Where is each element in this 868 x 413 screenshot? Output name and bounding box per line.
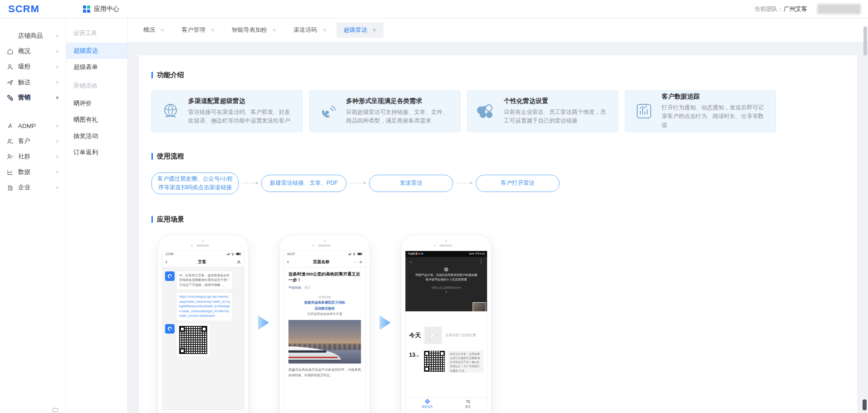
submenu-item-super-form[interactable]: 超级表单 [66,59,127,75]
flow-step-3: 发送雷达 [369,175,453,192]
chevron-down-icon: ∨ [409,290,483,293]
dashed-arrow-icon [457,183,472,183]
section-flow: 使用流程 客户通过朋友圈、公众号/小程序等渠道扫码或点击渠道链接 新建雷达链接、… [151,152,844,194]
close-icon[interactable]: ✕ [322,28,326,33]
section-bar-icon [151,153,153,160]
tab-customer-management[interactable]: 客户管理 ✕ [174,22,221,38]
section-features-header: 功能介绍 [151,71,844,79]
status-bar-dark: 中国联通 31% 下午4:22 [405,251,487,257]
scrollbar-thumb[interactable] [863,26,867,55]
close-icon[interactable]: ✕ [373,28,376,33]
satellite-icon [318,101,339,122]
page-scrollbar [863,20,867,411]
moments-feed: 今天 发表到客户的朋友圈 139月 [405,311,487,410]
submenu-item-photo-reward[interactable]: 晒图有礼 [66,112,127,128]
qrcode-message [177,324,210,356]
flow-step-2: 新建雷达链接、文章、PDF [261,175,346,192]
submenu-item-order-rebate[interactable]: 订单返利 [66,144,127,161]
submenu-item-super-radar[interactable]: 超级雷达 [66,43,127,59]
blank-icon [6,32,14,39]
sidebar-item-data[interactable]: 数据 > [0,164,66,180]
sidebar-item-admp[interactable]: ADMP > [0,118,66,133]
collapse-icon[interactable] [53,408,58,412]
article-byline: 中国铁路 关注 [288,285,361,290]
sidebar-item-community[interactable]: 社群 > [0,149,66,164]
scenario-phones: 12:54 ‹ 艾客 [151,235,844,413]
main-area: 概况 ✕ 客户管理 ✕ 智能导表加粉 ✕ 渠道活码 ✕ 超级雷达 ✕ [128,18,868,413]
moment-entry-day: 139月 欢迎关注艾客，这里有最全的社交电商生态圈案例分享和运营干货！最in的营… [409,351,483,373]
moments-screen: 中国联通 31% 下午4:22 [405,251,488,410]
sidebar-item-attract-fans[interactable]: 吸粉 > [0,59,66,74]
phone-camera-dot [324,240,326,242]
scrm-logo: SCRM [8,3,39,15]
close-icon[interactable]: ✕ [161,28,164,33]
home-icon [6,48,14,55]
submenu-item-review-share[interactable]: 晒评价 [66,95,127,112]
sidebar-item-shop-goods[interactable]: 店铺商品 > [0,28,66,44]
train-photo [288,320,361,364]
chat-message [165,324,241,356]
building-icon [6,184,14,191]
tab-my-posts[interactable]: 我发表的 [422,399,433,409]
chevron-right-icon: > [56,169,58,175]
chevron-right-icon: > [56,49,58,54]
scrollbar-thumb-bottom[interactable] [863,399,867,410]
chevron-right-icon: > [56,185,58,190]
status-bar: 12:54 [162,251,244,257]
next-arrow-icon [257,315,271,331]
sidebar-item-overview[interactable]: 概况 > [0,44,66,59]
chevron-right-icon: > [56,33,58,39]
phone-mockup-article: 10:27 ‹ 页面名 [279,235,370,413]
sidebar-item-enterprise[interactable]: 企业 > [0,180,66,195]
tab-super-radar[interactable]: 超级雷达 ✕ [336,22,384,38]
phone-speaker [158,245,242,246]
app-center-button[interactable]: 应用中心 [83,5,119,13]
team-name: 广州艾客 [784,5,807,13]
section-scenarios-header: 应用场景 [151,215,844,224]
chevron-right-icon: > [56,64,58,69]
next-arrow-icon [379,315,392,331]
paper-plane-icon [424,327,442,344]
phone-camera-dot [445,240,447,242]
tab-smart-import-fans[interactable]: 智能导表加粉 ✕ [224,22,283,38]
discover-icon [425,399,430,404]
battery-icon [357,253,362,256]
section-flow-header: 使用流程 [151,152,844,161]
primary-sidebar: 店铺商品 > 概况 > 吸粉 > 触达 > 营销 > [0,18,66,413]
content-panel: 功能介绍 [139,55,857,413]
chevron-right-icon: > [56,95,58,100]
team-label: 当前团队： [754,5,784,13]
submenu-item-lottery[interactable]: 抽奖活动 [66,128,127,144]
sidebar-item-customers[interactable]: 客户 > [0,133,66,149]
phone-speaker [280,245,363,246]
chevron-right-icon: > [56,79,58,85]
moment-entry-today: 今天 发表到客户的朋友圈 [409,327,483,344]
signal-icon [227,253,230,255]
secondary-sidebar: 运营工具 超级雷达 超级表单 营销活动 晒评价 晒图有礼 抽奖活动 订单返利 [66,18,128,413]
feature-card-tracking: 客户数据追踪 打开行为通知、动态通知，发送后即可记录客户的点击行为、阅读时长、分… [625,90,776,132]
left-arrow-icon[interactable]: ← [409,259,414,264]
tab-settings[interactable]: 配置 [465,399,471,409]
flow-steps: 客户通过朋友圈、公众号/小程序等渠道扫码或点击渠道链接 新建雷达链接、文章、PD… [151,172,844,194]
gear-icon: ⚙ [409,266,483,273]
aike-avatar [165,271,175,281]
scrm-app: SCRM 应用中心 当前团队： 广州艾客 店铺商品 > 概况 > [0,0,868,413]
battery-icon [236,253,241,256]
clover-icon [476,101,497,122]
chat-message: Hi，欢迎关注艾客，这里有最全的社交电商生态圈案例分享和运营干货！可点击下方链接… [165,271,241,290]
sidebar-group-gap [0,105,66,118]
kebab-icon[interactable]: ⋮ [479,259,483,264]
moments-tab-bar: 我发表的 配置 [405,397,487,410]
chat-messages: Hi，欢迎关注艾客，这里有最全的社交电商生态圈案例分享和运营干货！可点击下方链接… [162,267,244,410]
close-icon[interactable]: ✕ [273,28,276,33]
sidebar-item-marketing[interactable]: 营销 > [0,90,66,105]
tab-channel-qrcode[interactable]: 渠道活码 ✕ [286,22,333,38]
article-nav-bar: ‹ 页面名称 ⋯ ⊙ [284,257,366,267]
wifi-icon [352,253,356,256]
close-icon[interactable]: ✕ [210,28,214,33]
chart-box-icon [634,101,654,122]
status-icons [348,253,363,256]
tab-overview[interactable]: 概况 ✕ [136,22,171,38]
user-account-redacted[interactable] [817,4,861,14]
sidebar-item-reach[interactable]: 触达 > [0,74,66,90]
